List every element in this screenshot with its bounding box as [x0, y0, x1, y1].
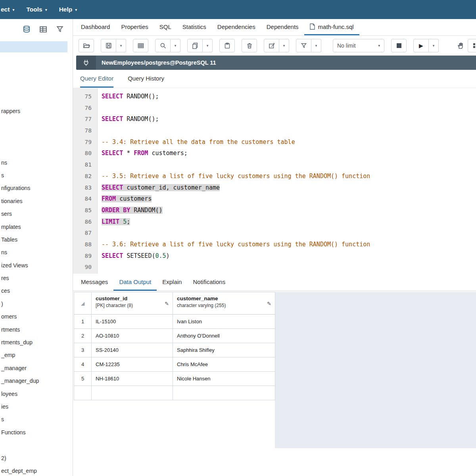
menu-help[interactable]: Help▾	[59, 6, 77, 13]
edit-pencil-icon[interactable]: ✎	[165, 300, 169, 306]
column-header-customer-name[interactable]: customer_namecharacter varying (255)✎	[173, 292, 275, 315]
tab-explain[interactable]: Explain	[157, 274, 187, 291]
save-button[interactable]	[101, 39, 116, 52]
tree-item[interactable]: ized Views	[0, 259, 70, 272]
cell	[173, 386, 275, 400]
tab-query-history[interactable]: Query History	[128, 70, 164, 88]
row-number[interactable]: 2	[74, 329, 92, 343]
sql-editor[interactable]: 75767778798081828384858687888990 SELECT …	[73, 88, 476, 274]
copy-button[interactable]	[187, 39, 203, 52]
execute-menu-button[interactable]: ▾	[429, 39, 439, 52]
stop-button[interactable]	[391, 39, 407, 52]
cell[interactable]: IL-15100	[92, 315, 173, 329]
empty-row	[74, 386, 275, 400]
tree-item[interactable]: Tables	[0, 233, 70, 246]
row-limit-select[interactable]: No limit ▾	[333, 39, 384, 52]
tab-properties[interactable]: Properties	[115, 19, 154, 35]
cell	[92, 386, 173, 400]
tab-query-editor[interactable]: Query Editor	[80, 70, 113, 88]
open-file-button[interactable]	[79, 39, 94, 52]
cell[interactable]: SS-20140	[92, 343, 173, 357]
cell[interactable]: Anthony O'Donnell	[173, 329, 275, 343]
explorer-toolbar	[21, 23, 65, 36]
tree-item[interactable]: _manager	[0, 362, 70, 374]
row-number[interactable]: 3	[74, 343, 92, 357]
cell[interactable]: Chris McAfee	[173, 357, 275, 372]
filter-icon[interactable]	[55, 24, 65, 35]
delete-button[interactable]	[242, 39, 257, 52]
tree-item[interactable]: res	[0, 272, 70, 284]
tree-item[interactable]: omers	[0, 310, 70, 323]
row-number[interactable]: 5	[74, 372, 92, 386]
tree-item[interactable]: rtments_dup	[0, 336, 70, 349]
cell[interactable]: Nicole Hansen	[173, 372, 275, 386]
tab-sql[interactable]: SQL	[154, 19, 177, 35]
find-button[interactable]	[155, 39, 171, 52]
chevron-down-icon: ▾	[12, 8, 14, 12]
edit-grid-button[interactable]	[133, 39, 148, 52]
macro-grid-icon	[472, 42, 476, 49]
tab-messages[interactable]: Messages	[75, 274, 113, 291]
tree-item[interactable]: ns	[0, 246, 70, 259]
code-line	[102, 227, 476, 239]
tree-item[interactable]: _emp	[0, 349, 70, 361]
table-grid-icon[interactable]	[38, 24, 48, 35]
tab-data-output[interactable]: Data Output	[113, 274, 157, 291]
tree-item[interactable]: sers	[0, 207, 70, 220]
row-number[interactable]: 1	[74, 315, 92, 329]
tree-item[interactable]: rtments	[0, 323, 70, 336]
menu-ect[interactable]: ect▾	[1, 6, 14, 13]
save-menu-button[interactable]: ▾	[116, 39, 126, 52]
clipped-button[interactable]	[468, 39, 476, 52]
paste-icon	[224, 42, 231, 49]
filter-button[interactable]	[296, 39, 311, 52]
copy-menu-button[interactable]: ▾	[203, 39, 213, 52]
tree-item[interactable]: nfigurations	[0, 182, 70, 194]
tab-notifications[interactable]: Notifications	[187, 274, 231, 291]
cell[interactable]: AO-10810	[92, 329, 173, 343]
tab-dependents[interactable]: Dependents	[261, 19, 304, 35]
tree-item[interactable]: rappers	[0, 105, 70, 117]
table-row: 2AO-10810Anthony O'Donnell	[74, 329, 275, 343]
tree-item[interactable]: )	[0, 298, 70, 310]
tree-item[interactable]: 2)	[0, 452, 70, 464]
edit-button[interactable]	[264, 39, 279, 52]
tree-item[interactable]: Functions	[0, 426, 70, 439]
tree-item[interactable]: loyees	[0, 388, 70, 400]
tree-item[interactable]: s	[0, 413, 70, 426]
cell[interactable]: NH-18610	[92, 372, 173, 386]
menu-tools[interactable]: Tools▾	[26, 6, 47, 13]
cell[interactable]: Saphhira Shifley	[173, 343, 275, 357]
paste-button[interactable]	[219, 39, 235, 52]
cell[interactable]: Ivan Liston	[173, 315, 275, 329]
tab-dashboard[interactable]: Dashboard	[75, 19, 115, 35]
code-area[interactable]: SELECT RANDOM();SELECT RANDOM();-- 3.4: …	[98, 88, 476, 274]
tree-item[interactable]: _manager_dup	[0, 374, 70, 387]
connection-bar[interactable]: NewEmployees/postgres@PostgreSQL 11	[76, 56, 476, 70]
line-number: 75	[73, 91, 97, 102]
tree-item[interactable]: s	[0, 169, 70, 182]
find-menu-button[interactable]: ▾	[171, 39, 180, 52]
hand-button[interactable]	[452, 39, 468, 52]
edit-pencil-icon[interactable]: ✎	[267, 300, 271, 306]
tab-statistics[interactable]: Statistics	[177, 19, 212, 35]
select-all-corner[interactable]: ◢	[74, 292, 92, 315]
hand-icon	[456, 42, 464, 50]
execute-button[interactable]: ▶	[413, 39, 429, 52]
tree-item[interactable]: mplates	[0, 221, 70, 233]
tab-dependencies[interactable]: Dependencies	[212, 19, 261, 35]
tab-math-func-sql[interactable]: math-func.sql	[304, 19, 359, 35]
column-header-customer-id[interactable]: customer_id[PK] character (8)✎	[92, 292, 173, 315]
row-number[interactable]: 4	[74, 357, 92, 372]
tree-item[interactable]: ns	[0, 156, 70, 169]
filter-menu-button[interactable]: ▾	[311, 39, 321, 52]
tree-selected-row[interactable]	[0, 41, 67, 52]
edit-menu-button[interactable]: ▾	[279, 39, 289, 52]
line-number: 77	[73, 113, 97, 125]
tree-item[interactable]: ies	[0, 400, 70, 413]
tree-item[interactable]: ect_dept_emp	[0, 464, 70, 476]
databases-icon[interactable]	[21, 24, 32, 35]
cell[interactable]: CM-12235	[92, 357, 173, 372]
tree-item[interactable]: ces	[0, 284, 70, 297]
tree-item[interactable]: tionaries	[0, 195, 70, 207]
